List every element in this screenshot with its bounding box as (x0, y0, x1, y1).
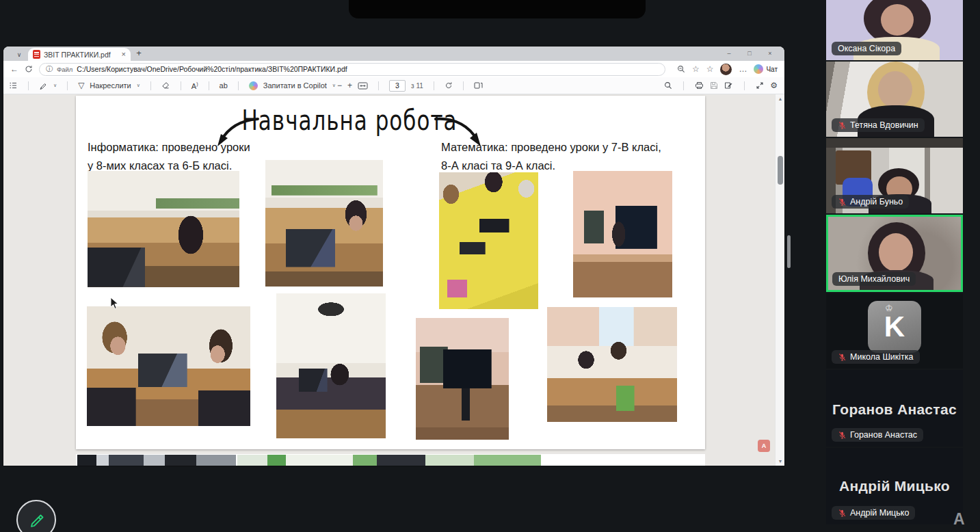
tab-close-icon[interactable]: × (122, 51, 126, 58)
page-view-icon[interactable] (474, 81, 483, 90)
divider (181, 81, 181, 90)
pdf-scrollbar[interactable]: ▲ ▼ (775, 94, 784, 466)
participant-tile-tetiana-vdovychyn[interactable]: Тетяна Вдовичин (826, 62, 963, 137)
pdf-page: Навчальна робота Інформатика: проведено … (76, 96, 705, 449)
draw-label[interactable]: Накреслити (90, 81, 131, 90)
participant-tile-andrii-mytsko[interactable]: Андрій Мицько Андрій Мицько (826, 448, 963, 524)
participant-tile-oksana-sikora[interactable]: Оксана Сікора (826, 0, 963, 60)
divider (744, 81, 745, 90)
photo-math-screen-stand (416, 318, 509, 440)
photo-strip-dark-classroom (77, 455, 236, 466)
fit-width-icon[interactable] (358, 82, 368, 90)
share-view-scrollbar[interactable] (787, 235, 791, 268)
photo-math-yellow-desks (439, 172, 538, 309)
name-label: Микола Шикітка (832, 350, 920, 364)
copilot-chat-label: Чат (766, 66, 778, 73)
photo-math-interactive-board (573, 171, 672, 297)
mouse-cursor (110, 297, 119, 310)
reload-icon[interactable] (25, 65, 33, 73)
divider (67, 81, 68, 90)
pdf-favicon (33, 50, 40, 59)
minimize-button[interactable]: – (719, 50, 739, 57)
tab-strip: ∨ ЗВІТ ПРАКТИКИ.pdf × + – □ × (3, 46, 784, 61)
new-tab-button[interactable]: + (131, 48, 147, 61)
zoom-toolbar-collapsed[interactable] (349, 0, 646, 18)
name-label: Андрій Буньо (832, 195, 909, 209)
zoom-in-icon[interactable]: + (347, 81, 352, 90)
pdf-viewer: Навчальна робота Інформатика: проведено … (3, 94, 784, 466)
window-controls: – □ × (719, 46, 780, 60)
copilot-icon (249, 81, 258, 90)
participant-tile-andrii-bunio[interactable]: Андрій Буньо (826, 138, 963, 213)
photo-informatics-classroom-1 (88, 171, 239, 287)
draw-shape-icon[interactable]: ▽ (78, 81, 84, 90)
tab-pdf[interactable]: ЗВІТ ПРАКТИКИ.pdf × (28, 48, 131, 61)
maximize-button[interactable]: □ (739, 50, 760, 57)
table-of-contents-icon[interactable] (9, 81, 18, 90)
pdf-zoom-page-controls: − + з 11 (337, 80, 483, 92)
muted-mic-icon (838, 509, 847, 518)
url-bar: ← ⓘ Файл C:/Users/Користувач/OneDrive/Ро… (3, 61, 784, 77)
profile-avatar[interactable] (720, 64, 732, 75)
muted-mic-icon (838, 353, 847, 362)
name-label: Тетяна Вдовичин (832, 118, 925, 132)
divider (463, 81, 464, 90)
settings-gear-icon[interactable]: ⚙ (770, 81, 778, 90)
divider (209, 81, 209, 90)
more-menu-icon[interactable]: … (739, 65, 747, 73)
muted-mic-icon (838, 121, 847, 130)
photo-informatics-computer-corner (276, 293, 386, 438)
close-window-button[interactable]: × (760, 50, 780, 57)
divider (683, 81, 684, 90)
chevron-down-icon[interactable]: ∨ (137, 83, 140, 88)
url-scheme-label: Файл (57, 66, 72, 73)
pdf-toolbar: ∨ ▽ Накреслити ∨ A) ab Запитати в Copilo… (3, 77, 784, 94)
url-text: C:/Users/Користувач/OneDrive/Робочий%20с… (77, 65, 347, 73)
copilot-chat-button[interactable]: Чат (754, 64, 778, 74)
search-icon[interactable] (664, 81, 672, 90)
photo-informatics-two-girls-laptop (87, 306, 250, 426)
ask-copilot-label[interactable]: Запитати в Copilot (263, 81, 327, 90)
tab-title: ЗВІТ ПРАКТИКИ.pdf (44, 51, 118, 59)
page-count-label: з 11 (411, 82, 423, 90)
avatar: K (868, 301, 921, 353)
save-icon[interactable] (710, 81, 718, 90)
read-aloud-icon[interactable]: A) (191, 81, 198, 90)
pdf-toolbar-right: ⚙ (664, 81, 778, 90)
url-bar-actions: ☆ ☆ … Чат (677, 64, 778, 75)
participant-tile-mykola-shykitka[interactable]: K ♔ Микола Шикітка (826, 293, 963, 369)
favorite-star-icon[interactable]: ☆ (692, 65, 700, 73)
scroll-down-icon[interactable]: ▼ (776, 459, 784, 464)
translate-icon[interactable]: ab (220, 81, 228, 90)
save-as-icon[interactable] (724, 81, 733, 90)
caption-informatics: Інформатика: проведено уроки у 8-мих кла… (88, 138, 250, 174)
rotate-icon[interactable] (445, 81, 453, 90)
page-number-input[interactable] (389, 80, 406, 92)
name-label: Андрій Мицько (832, 506, 915, 520)
annotate-button[interactable] (16, 500, 56, 532)
fullscreen-icon[interactable] (756, 81, 764, 90)
scroll-up-icon[interactable]: ▲ (776, 96, 784, 101)
zoom-out-icon[interactable]: − (337, 81, 342, 90)
scrollbar-thumb[interactable] (778, 156, 783, 185)
name-label: Оксана Сікора (832, 42, 901, 55)
print-icon[interactable] (695, 81, 704, 90)
chevron-down-icon[interactable]: ∨ (332, 83, 336, 88)
tab-search-button[interactable]: ∨ (10, 49, 28, 61)
collections-star-icon[interactable]: ☆ (706, 65, 714, 73)
photo-math-classroom (547, 307, 677, 422)
highlighter-pen-icon[interactable] (39, 81, 48, 90)
participants-sidebar: Оксана Сікора Тетяна Вдовичин (826, 0, 963, 526)
name-label: Юлія Михайлович (832, 272, 916, 286)
address-field[interactable]: ⓘ Файл C:/Users/Користувач/OneDrive/Робо… (39, 63, 665, 76)
participant-tile-yuliia-mykhailovych-active-speaker[interactable]: Юлія Михайлович (826, 215, 963, 292)
adobe-pdf-badge[interactable]: A (758, 440, 770, 452)
chevron-down-icon[interactable]: ∨ (53, 83, 57, 88)
back-icon[interactable]: ← (10, 65, 18, 73)
zoom-level-icon[interactable] (677, 65, 685, 73)
info-icon[interactable]: ⓘ (46, 66, 53, 72)
participant-tile-goranov-anastas[interactable]: Горанов Анастас Горанов Анастас (826, 370, 963, 447)
display-name: Горанов Анастас (826, 401, 963, 418)
browser-window: ∨ ЗВІТ ПРАКТИКИ.pdf × + – □ × ← ⓘ Файл C… (3, 46, 784, 466)
eraser-icon[interactable] (161, 81, 170, 90)
